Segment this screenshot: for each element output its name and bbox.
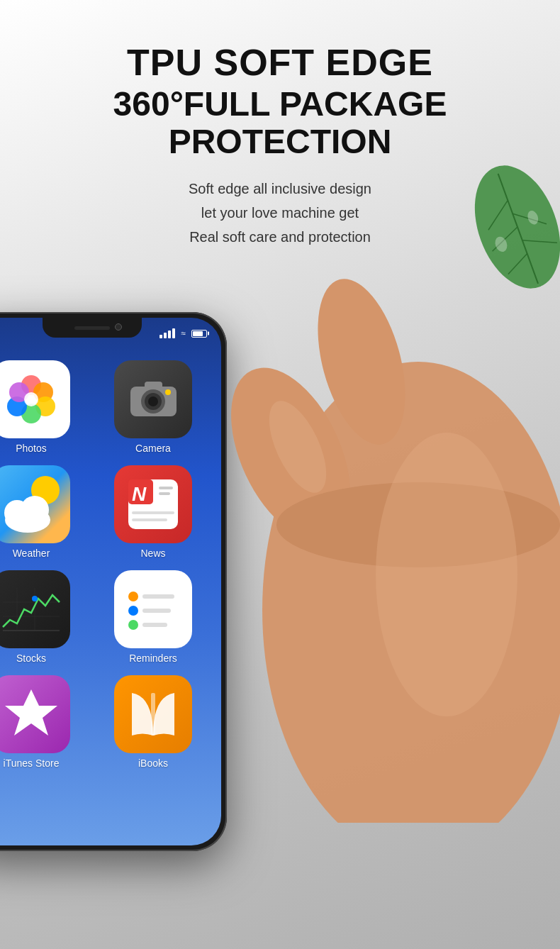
app-item-ibooks[interactable]: iBooks (99, 675, 207, 769)
itunes-label: iTunes Store (4, 757, 60, 769)
svg-text:N: N (132, 483, 147, 505)
svg-point-16 (24, 392, 38, 406)
svg-point-52 (376, 433, 517, 716)
photos-label: Photos (16, 443, 47, 454)
svg-rect-41 (142, 594, 174, 599)
stocks-label: Stocks (16, 653, 46, 664)
itunes-app-icon (0, 675, 70, 753)
weather-app-icon (0, 465, 70, 543)
news-app-icon: N (114, 465, 192, 543)
news-label: News (140, 548, 165, 559)
title-tpu-text: TPU SOFT EDGE (127, 42, 433, 83)
svg-point-40 (128, 592, 138, 601)
reminders-label: Reminders (129, 653, 177, 664)
svg-point-26 (21, 496, 49, 524)
app-item-itunes[interactable]: iTunes Store (0, 675, 85, 769)
app-item-stocks[interactable]: Stocks (0, 570, 85, 664)
photos-icon (0, 360, 70, 438)
app-item-reminders[interactable]: Reminders (99, 570, 207, 664)
battery-icon (191, 330, 207, 338)
svg-rect-43 (142, 609, 171, 613)
svg-rect-33 (132, 518, 167, 521)
app-item-camera[interactable]: Camera (99, 360, 207, 454)
signal-bars-icon (159, 328, 175, 338)
phone: ≈ (0, 312, 227, 851)
app-item-weather[interactable]: Weather (0, 465, 85, 559)
camera-label: Camera (135, 443, 171, 454)
svg-rect-31 (159, 492, 170, 495)
reminders-app-icon (114, 570, 192, 648)
status-icons: ≈ (159, 328, 207, 338)
app-item-news[interactable]: N News (99, 465, 207, 559)
svg-point-22 (165, 389, 171, 395)
weather-label: Weather (13, 548, 50, 559)
svg-point-42 (128, 606, 138, 616)
phone-screen: ≈ (0, 318, 221, 845)
svg-rect-47 (151, 693, 155, 736)
title-line1: TPU SOFT EDGE (0, 43, 560, 83)
phone-notch (43, 318, 142, 338)
app-grid: Photos (0, 360, 207, 769)
svg-rect-32 (132, 511, 174, 514)
app-item-photos[interactable]: Photos (0, 360, 85, 454)
svg-point-21 (148, 396, 158, 406)
title-line2: 360°FULL PACKAGE PROTECTION (0, 86, 560, 161)
ibooks-label: iBooks (138, 757, 168, 769)
svg-rect-30 (159, 487, 173, 489)
svg-point-39 (32, 596, 38, 601)
camera-app-icon (114, 360, 192, 438)
title-360-text: 360°FULL PACKAGE PROTECTION (113, 85, 447, 160)
svg-point-44 (128, 620, 138, 630)
svg-rect-45 (142, 623, 167, 627)
phone-wrapper: ≈ (0, 312, 227, 851)
wifi-icon: ≈ (181, 328, 186, 338)
hand-overlay (220, 184, 560, 823)
stocks-app-icon (0, 570, 70, 648)
svg-rect-18 (145, 382, 162, 390)
ibooks-app-icon (114, 675, 192, 753)
svg-marker-46 (5, 689, 57, 736)
